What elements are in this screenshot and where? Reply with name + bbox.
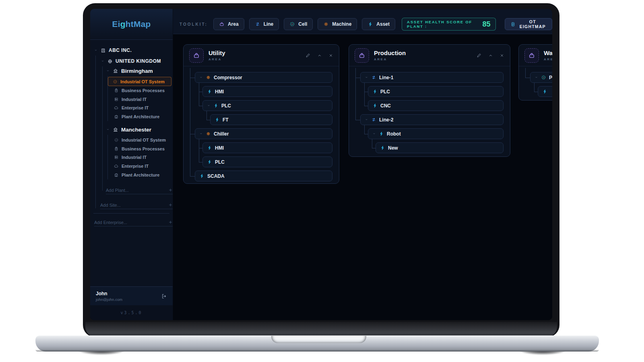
- card-row-robot[interactable]: Robot: [368, 128, 504, 139]
- card-row-packing[interactable]: Packing: [530, 72, 552, 83]
- plus-icon[interactable]: [168, 203, 173, 207]
- chevron-up-icon: [488, 53, 493, 58]
- tree-connector-line: [199, 148, 202, 148]
- sidebar-item-label: Enterprise IT: [122, 164, 149, 169]
- close-icon[interactable]: [328, 53, 333, 58]
- app-version: v3.5.0: [90, 305, 173, 320]
- chevron-down-icon: [199, 76, 203, 79]
- toolkit-button-label: Line: [264, 21, 274, 27]
- card-row-cnc[interactable]: CNC: [368, 100, 504, 111]
- card-row-plc[interactable]: PLC: [368, 86, 504, 97]
- sidebar-item-business-processes[interactable]: Business Processes: [90, 86, 173, 95]
- gear-icon: [323, 21, 329, 27]
- bolt-icon: [215, 117, 220, 122]
- close-icon[interactable]: [500, 53, 504, 58]
- asset-health-score-badge: ASSET HEALTH SCORE OF PLANT : 85: [402, 18, 496, 31]
- card-row-plc[interactable]: PLC: [202, 156, 332, 167]
- toolkit-button-line[interactable]: Line: [249, 18, 279, 30]
- card-row-new[interactable]: New: [376, 142, 504, 153]
- sidebar-item-label: Industrial IT: [122, 155, 147, 160]
- sidebar-item-enterprise-it-manchester[interactable]: Enterprise IT: [90, 162, 173, 171]
- collapse-icon[interactable]: [488, 53, 493, 58]
- card-row-hmi[interactable]: HMI: [202, 142, 332, 153]
- bolt-icon: [213, 103, 219, 108]
- card-production: ProductionAREALine-1PLCCNCLine-2RobotNew: [349, 44, 510, 157]
- bolt-icon: [380, 145, 385, 150]
- sidebar-item-business-processes-manchester[interactable]: Business Processes: [90, 144, 173, 153]
- health-score-label: ASSET HEALTH SCORE OF PLANT :: [407, 20, 479, 29]
- sidebar-item-plant-architecture-manchester[interactable]: Plant Architecture: [90, 171, 173, 179]
- chevron-down-icon: [199, 132, 203, 136]
- server-icon: [114, 97, 119, 102]
- logout-icon[interactable]: [161, 293, 167, 299]
- add-site-input[interactable]: Add Site...: [100, 201, 173, 209]
- card-row-asset[interactable]: [538, 86, 552, 97]
- sidebar-divider: [93, 213, 169, 214]
- bolt-icon: [207, 89, 212, 94]
- edit-icon[interactable]: [477, 53, 482, 58]
- document-icon: [510, 22, 516, 27]
- cloud-icon: [114, 164, 119, 169]
- plus-icon[interactable]: [168, 220, 173, 224]
- chevron-down-icon: [207, 104, 211, 107]
- row-label: SCADA: [207, 173, 225, 179]
- toolkit-button-area[interactable]: Area: [213, 18, 244, 30]
- chevron-down-icon: [94, 48, 98, 52]
- card-titles: UtilityAREA: [208, 49, 225, 61]
- chevron-down-icon: [365, 118, 368, 121]
- sidebar-item-abc-inc[interactable]: ABC INC.: [90, 46, 173, 55]
- sidebar-item-united-kingdom[interactable]: UNITED KINGDOM: [90, 57, 173, 66]
- row-label: CNC: [380, 103, 391, 109]
- row-label: Robot: [387, 131, 401, 137]
- sidebar-item-industrial-it[interactable]: Industrial IT: [90, 95, 173, 104]
- laptop-base: [35, 335, 599, 352]
- collapse-icon[interactable]: [317, 53, 322, 58]
- add-input-placeholder: Add Enterprise...: [94, 220, 127, 225]
- edit-icon[interactable]: [305, 53, 311, 58]
- sidebar-item-enterprise-it[interactable]: Enterprise IT: [90, 103, 173, 112]
- tree-connector-line: [534, 83, 535, 92]
- card-row-scada[interactable]: SCADA: [195, 171, 332, 181]
- toolkit-button-label: Machine: [332, 21, 351, 27]
- sidebar-item-manchester[interactable]: Manchester: [90, 125, 173, 134]
- card-row-hmi[interactable]: HMI: [202, 86, 332, 97]
- toolkit-button-asset[interactable]: Asset: [362, 18, 395, 30]
- tree-connector-line: [364, 134, 368, 134]
- sidebar-item-industrial-ot-system[interactable]: Industrial OT System: [108, 77, 171, 86]
- sidebar-item-plant-architecture[interactable]: Plant Architecture: [90, 112, 173, 121]
- card-row-chiller[interactable]: Chiller: [195, 128, 332, 139]
- chevron-down-icon: [365, 76, 368, 79]
- sidebar-item-label: Plant Architecture: [122, 114, 159, 119]
- tree-connector-line: [372, 139, 372, 148]
- card-row-line-1[interactable]: Line-1: [360, 72, 504, 83]
- row-label: Compressor: [214, 75, 242, 80]
- sidebar-item-industrial-it-manchester[interactable]: Industrial IT: [90, 153, 173, 162]
- sidebar-item-label: ABC INC.: [109, 47, 132, 53]
- toolkit-button-label: Cell: [298, 21, 307, 27]
- card-row-ft[interactable]: FT: [210, 114, 332, 125]
- row-label: HMI: [215, 145, 224, 151]
- toolkit-button-machine[interactable]: Machine: [318, 18, 357, 30]
- dashed-circle-icon: [541, 75, 546, 80]
- sidebar-item-industrial-ot-system-manchester[interactable]: Industrial OT System: [90, 136, 173, 144]
- bolt-icon: [207, 145, 212, 150]
- card-row-plc[interactable]: PLC: [202, 100, 332, 111]
- plus-icon[interactable]: [168, 188, 173, 192]
- sidebar-item-birmingham[interactable]: Birmingham: [90, 66, 173, 75]
- building-icon: [101, 48, 106, 53]
- sidebar-item-label: Enterprise IT: [122, 105, 149, 110]
- area-icon-tile: [524, 48, 539, 63]
- card-row-compressor[interactable]: Compressor: [195, 72, 332, 83]
- add-plant-input[interactable]: Add Plant...: [106, 186, 173, 194]
- card-row-line-2[interactable]: Line-2: [360, 114, 504, 125]
- pencil-icon: [305, 53, 311, 58]
- row-label: FT: [223, 117, 229, 123]
- landmark-icon: [113, 68, 118, 74]
- row-label: New: [388, 145, 398, 151]
- globe-icon: [107, 59, 113, 64]
- add-enterprise-input[interactable]: Add Enterprise...: [94, 218, 173, 226]
- toolkit-button-cell[interactable]: Cell: [284, 18, 313, 30]
- ot-eightmap-button[interactable]: OT EIGHTMAP: [505, 18, 552, 30]
- dashed-circle-icon: [113, 79, 118, 84]
- bolt-icon: [199, 173, 204, 179]
